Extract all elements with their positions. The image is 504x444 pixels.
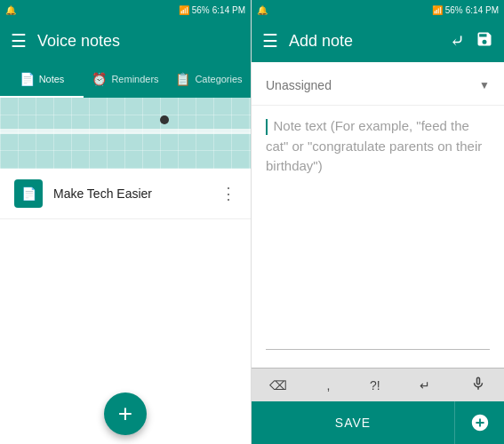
keyboard-bar: ⌫ , ?! ↵: [252, 368, 504, 401]
category-dropdown-container: Unassigned ▼: [252, 62, 504, 106]
reminders-tab-label: Reminders: [111, 74, 158, 84]
signal-icon-right: 📶: [432, 5, 443, 15]
backspace-key[interactable]: ⌫: [269, 378, 287, 392]
menu-icon-right[interactable]: ☰: [262, 30, 278, 52]
bottom-buttons: SAVE: [252, 401, 504, 444]
right-panel: 🔔 📶 56% 6:14 PM ☰ Add note ⤶ Unassigned …: [252, 0, 504, 444]
note-item-icon: 📄: [14, 179, 43, 208]
note-item-title: Make Tech Easier: [53, 186, 220, 201]
status-bar-right-left-section: 🔔: [257, 5, 268, 15]
battery-text: 56%: [192, 5, 210, 15]
left-toolbar-title: Voice notes: [37, 32, 240, 51]
input-underline: [266, 349, 490, 350]
dropdown-arrow-icon: ▼: [479, 79, 490, 91]
share-icon[interactable]: ⤶: [450, 30, 465, 52]
time-right: 6:14 PM: [466, 5, 499, 15]
tab-notes[interactable]: 📄 Notes: [0, 62, 84, 98]
notification-icon-right: 🔔: [257, 5, 268, 15]
fab-container: +: [0, 384, 251, 444]
tab-reminders[interactable]: ⏰ Reminders: [84, 62, 167, 98]
note-input-area[interactable]: Note text (For example, "feed the cat" o…: [252, 106, 504, 368]
signal-icon: 📶: [179, 5, 189, 15]
left-toolbar: ☰ Voice notes: [0, 20, 251, 62]
comma-key[interactable]: ,: [327, 378, 331, 392]
map-preview: [0, 98, 251, 169]
categories-tab-label: Categories: [195, 74, 242, 84]
left-panel: 🔔 📶 56% 6:14 PM ☰ Voice notes 📄 Notes ⏰ …: [0, 0, 252, 444]
category-dropdown[interactable]: Unassigned ▼: [266, 73, 490, 98]
note-placeholder-text: Note text (For example, "feed the cat" o…: [266, 118, 482, 173]
categories-tab-icon: 📋: [175, 72, 190, 86]
battery-text-right: 56%: [445, 5, 463, 15]
dropdown-label: Unassigned: [266, 78, 332, 92]
status-bar-left-section: 🔔: [5, 5, 16, 15]
notification-icon: 🔔: [5, 5, 16, 15]
menu-icon-left[interactable]: ☰: [11, 30, 27, 52]
punctuation-key[interactable]: ?!: [370, 378, 380, 392]
tab-bar: 📄 Notes ⏰ Reminders 📋 Categories: [0, 62, 251, 98]
status-bar-right: 🔔 📶 56% 6:14 PM: [252, 0, 504, 20]
note-list: 📄 Make Tech Easier ⋮: [0, 169, 251, 384]
map-road-horizontal: [0, 129, 251, 134]
add-circle-button[interactable]: [454, 401, 504, 444]
fab-button[interactable]: +: [104, 392, 147, 435]
right-toolbar: ☰ Add note ⤶: [252, 20, 504, 62]
tab-categories[interactable]: 📋 Categories: [167, 62, 251, 98]
mic-key[interactable]: [470, 376, 486, 394]
note-item[interactable]: 📄 Make Tech Easier ⋮: [0, 169, 251, 219]
save-icon[interactable]: [476, 30, 493, 52]
notes-tab-icon: 📄: [20, 72, 35, 86]
reminders-tab-icon: ⏰: [92, 72, 107, 86]
enter-key[interactable]: ↵: [420, 378, 430, 392]
right-toolbar-title: Add note: [289, 32, 439, 51]
note-item-menu-icon[interactable]: ⋮: [220, 184, 236, 203]
status-bar-left: 🔔 📶 56% 6:14 PM: [0, 0, 251, 20]
status-bar-right-section: 📶 56% 6:14 PM: [179, 5, 245, 15]
map-marker: [160, 115, 169, 124]
time-left: 6:14 PM: [212, 5, 245, 15]
notes-tab-label: Notes: [39, 74, 65, 84]
text-cursor: [266, 119, 268, 135]
status-bar-right-right-section: 📶 56% 6:14 PM: [432, 5, 499, 15]
save-button[interactable]: SAVE: [252, 401, 454, 444]
